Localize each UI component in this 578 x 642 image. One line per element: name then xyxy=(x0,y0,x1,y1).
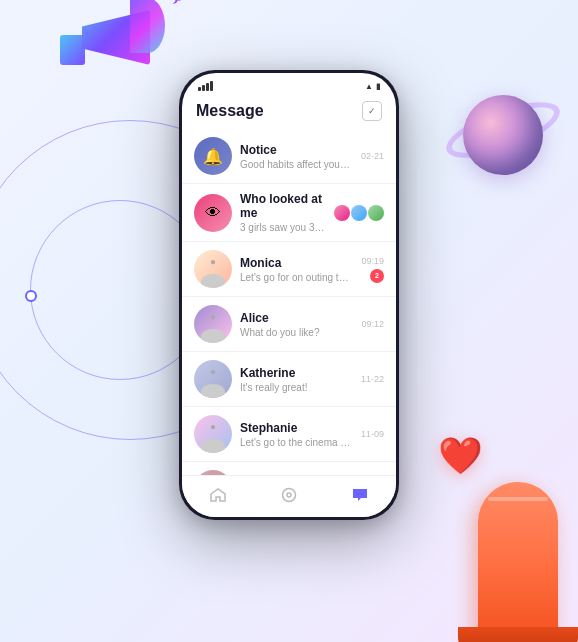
bottom-navigation xyxy=(182,475,396,517)
hand-decoration xyxy=(448,442,578,642)
notice-icon: 🔔 xyxy=(203,147,223,166)
message-preview: What do you like? xyxy=(240,327,353,338)
contact-name: Who looked at me xyxy=(240,192,326,220)
nav-item-message[interactable] xyxy=(351,488,369,502)
contact-name: Alice xyxy=(240,311,353,325)
message-time: 09:19 xyxy=(361,256,384,266)
list-item[interactable]: Monica Let's go for on outing this weeke… xyxy=(182,242,396,297)
mini-avatar xyxy=(334,205,350,221)
explore-icon xyxy=(280,488,298,502)
mini-avatar xyxy=(368,205,384,221)
phone-frame: ▲ ▮ Message ✓ 🔔 Notice xyxy=(179,70,399,520)
message-preview: It's really great! xyxy=(240,382,353,393)
svg-point-0 xyxy=(282,488,295,501)
message-content: Alice What do you like? xyxy=(240,311,353,338)
message-list: 🔔 Notice Good habits affect your life 02… xyxy=(182,129,396,489)
message-preview: Let's go to the cinema together xyxy=(240,437,353,448)
message-content: Who looked at me 3 girls saw you 3mine a… xyxy=(240,192,326,233)
message-time: 11-22 xyxy=(361,374,384,384)
nav-item-home[interactable] xyxy=(209,488,227,502)
megaphone-decoration xyxy=(50,0,170,100)
avatar xyxy=(194,415,232,453)
list-item[interactable]: 🔔 Notice Good habits affect your life 02… xyxy=(182,129,396,184)
app-title: Message xyxy=(196,102,264,120)
unread-badge: 2 xyxy=(370,269,384,283)
message-time: 11-09 xyxy=(361,429,384,439)
message-meta: 11-09 xyxy=(361,429,384,439)
status-bar: ▲ ▮ xyxy=(182,73,396,95)
message-content: Stephanie Let's go to the cinema togethe… xyxy=(240,421,353,448)
list-item[interactable]: Katherine It's really great! 11-22 xyxy=(182,352,396,407)
message-meta: 02-21 xyxy=(361,151,384,161)
list-item[interactable]: Stephanie Let's go to the cinema togethe… xyxy=(182,407,396,462)
message-content: Katherine It's really great! xyxy=(240,366,353,393)
message-time: 02-21 xyxy=(361,151,384,161)
avatar: 👁 xyxy=(194,194,232,232)
message-meta: 09:19 2 xyxy=(361,256,384,283)
message-icon xyxy=(351,488,369,502)
message-preview: 3 girls saw you 3mine ago xyxy=(240,222,326,233)
planet-decoration xyxy=(448,80,558,190)
message-meta xyxy=(334,205,384,221)
list-item[interactable]: 👁 Who looked at me 3 girls saw you 3mine… xyxy=(182,184,396,242)
mini-avatar xyxy=(351,205,367,221)
message-content: Monica Let's go for on outing this weeke… xyxy=(240,256,353,283)
list-item[interactable]: Alice What do you like? 09:12 xyxy=(182,297,396,352)
signal-indicator xyxy=(198,81,213,91)
contact-name: Katherine xyxy=(240,366,353,380)
compose-button[interactable]: ✓ xyxy=(362,101,382,121)
avatar xyxy=(194,360,232,398)
message-content: Notice Good habits affect your life xyxy=(240,143,353,170)
message-meta: 09:12 xyxy=(361,319,384,329)
message-meta: 11-22 xyxy=(361,374,384,384)
status-icons: ▲ ▮ xyxy=(365,82,380,91)
deco-dot xyxy=(25,290,37,302)
app-header: Message ✓ xyxy=(182,95,396,129)
compose-icon: ✓ xyxy=(368,106,376,116)
battery-icon: ▮ xyxy=(376,82,380,91)
avatar xyxy=(194,305,232,343)
message-preview: Let's go for on outing this weekend- xyxy=(240,272,353,283)
avatar xyxy=(194,250,232,288)
contact-name: Monica xyxy=(240,256,353,270)
contact-name: Stephanie xyxy=(240,421,353,435)
wifi-icon: ▲ xyxy=(365,82,373,91)
eye-icon: 👁 xyxy=(205,204,221,222)
home-icon xyxy=(209,488,227,502)
nav-item-explore[interactable] xyxy=(280,488,298,502)
contact-name: Notice xyxy=(240,143,353,157)
avatar: 🔔 xyxy=(194,137,232,175)
svg-point-1 xyxy=(287,493,291,497)
mini-avatar-group xyxy=(334,205,384,221)
message-time: 09:12 xyxy=(361,319,384,329)
message-preview: Good habits affect your life xyxy=(240,159,353,170)
